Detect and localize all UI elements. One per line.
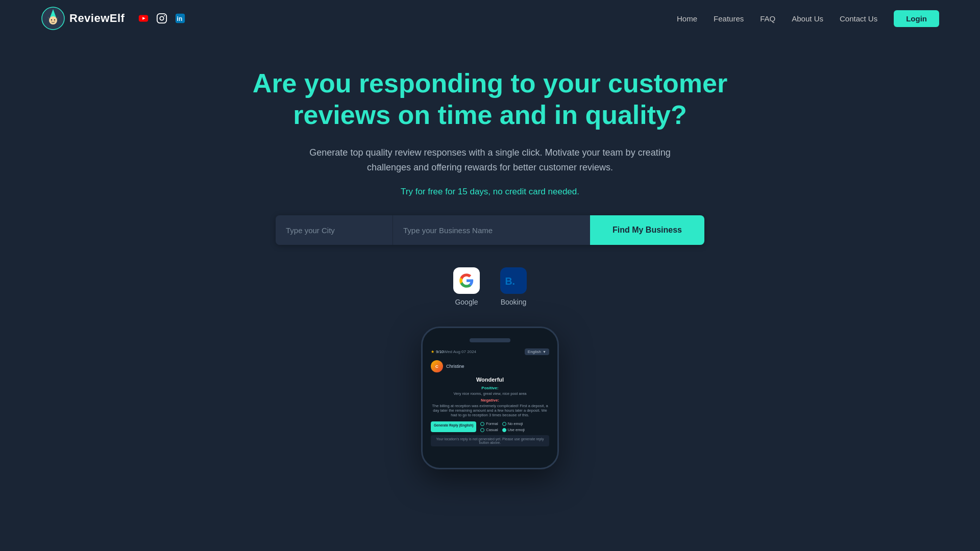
phone-positive-text: Very nice rooms, great view, nice pool a… — [431, 391, 549, 396]
phone-radio-formal-dot[interactable] — [480, 422, 484, 426]
phone-stars: 9/10 — [436, 349, 444, 354]
phone-radio-noemoji-label: No emoji — [508, 421, 523, 426]
platforms-section: Google B. Booking — [453, 267, 527, 306]
google-label: Google — [455, 298, 478, 306]
linkedin-icon[interactable]: in — [174, 12, 187, 25]
phone-radio-useemoji-label: Use emoji — [508, 428, 525, 432]
brand-name: ReviewElf — [69, 12, 125, 25]
phone-date: Wed Aug 07 2024 — [444, 349, 476, 354]
phone-positive-label: Positive: — [431, 386, 549, 390]
navbar-left: ReviewElf in — [41, 6, 187, 31]
nav-contact[interactable]: Contact Us — [840, 14, 877, 23]
svg-text:in: in — [177, 15, 183, 22]
phone-review-header: C Christine — [431, 360, 549, 372]
phone-radio-noemoji-dot[interactable] — [502, 422, 506, 426]
city-input[interactable] — [276, 215, 393, 245]
logo-icon — [41, 6, 65, 31]
phone-review-title: Wonderful — [431, 377, 549, 383]
phone-top-bar: ★ 9/10 Wed Aug 07 2024 English ▼ — [431, 348, 549, 355]
phone-radio-casual: Casual — [480, 428, 498, 432]
instagram-icon[interactable] — [155, 12, 168, 25]
phone-language: English — [528, 349, 541, 354]
phone-radio-emoji-options: No emoji Use emoji — [502, 421, 525, 432]
platform-google: Google — [453, 267, 480, 306]
phone-radio-formal-label: Formal — [486, 421, 498, 426]
navbar-right: Home Features FAQ About Us Contact Us Lo… — [677, 10, 939, 27]
nav-about[interactable]: About Us — [792, 14, 823, 23]
svg-point-11 — [164, 15, 165, 16]
search-bar: Find My Business — [276, 215, 704, 245]
youtube-icon[interactable] — [137, 12, 150, 25]
google-logo — [453, 267, 480, 294]
phone-radio-formal: Formal — [480, 421, 498, 426]
nav-faq[interactable]: FAQ — [760, 14, 775, 23]
phone-section: ★ 9/10 Wed Aug 07 2024 English ▼ C Chris… — [421, 327, 559, 480]
logo[interactable]: ReviewElf — [41, 6, 125, 31]
business-input[interactable] — [393, 215, 590, 245]
phone-notch — [470, 338, 510, 342]
nav-features[interactable]: Features — [714, 14, 744, 23]
navbar: ReviewElf in — [0, 0, 980, 37]
svg-point-10 — [160, 16, 164, 20]
hero-subtitle: Generate top quality review responses wi… — [291, 145, 689, 175]
nav-home[interactable]: Home — [677, 14, 697, 23]
svg-point-4 — [54, 19, 55, 20]
social-icons: in — [137, 12, 187, 25]
phone-radio-options: Formal Casual — [480, 421, 498, 432]
svg-point-3 — [51, 19, 52, 20]
booking-logo: B. — [500, 267, 527, 294]
phone-generate-btn[interactable]: Generate Reply (English) — [431, 421, 476, 432]
phone-reviewer: Christine — [446, 364, 464, 369]
phone-language-badge: English ▼ — [525, 348, 549, 355]
phone-radio-useemoji-dot[interactable] — [502, 428, 506, 432]
phone-controls: Generate Reply (English) Formal Casual N… — [431, 421, 549, 432]
hero-cta: Try for free for 15 days, no credit card… — [401, 187, 579, 197]
phone-negative-label: Negative: — [431, 398, 549, 403]
login-button[interactable]: Login — [894, 10, 939, 27]
phone-mockup: ★ 9/10 Wed Aug 07 2024 English ▼ C Chris… — [421, 327, 559, 469]
svg-point-2 — [49, 16, 57, 24]
phone-radio-noemoji: No emoji — [502, 421, 525, 426]
phone-notice: Your location's reply is not generated y… — [431, 435, 549, 446]
hero-section: Are you responding to your customer revi… — [0, 37, 980, 500]
phone-negative-text: The billing at reception was extremely c… — [431, 404, 549, 417]
phone-radio-casual-label: Casual — [486, 428, 498, 432]
phone-radio-useemoji: Use emoji — [502, 428, 525, 432]
find-business-button[interactable]: Find My Business — [590, 215, 704, 245]
platform-booking: B. Booking — [500, 267, 527, 306]
booking-label: Booking — [501, 298, 527, 306]
hero-title: Are you responding to your customer revi… — [209, 67, 771, 131]
svg-text:B.: B. — [505, 276, 516, 287]
svg-rect-9 — [157, 14, 166, 23]
phone-radio-casual-dot[interactable] — [480, 428, 484, 432]
phone-avatar: C — [431, 360, 443, 372]
